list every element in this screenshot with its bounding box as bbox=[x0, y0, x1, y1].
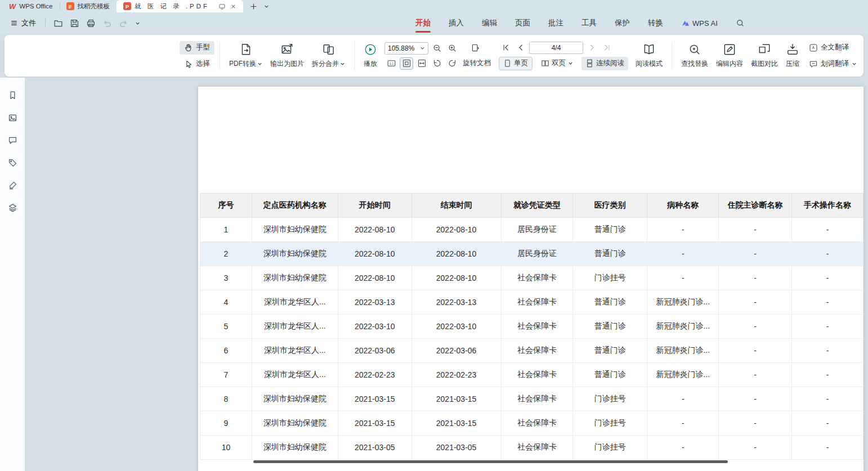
export-image-button[interactable]: 输出为图片 bbox=[266, 38, 308, 74]
ribbon-tab-插入[interactable]: 插入 bbox=[449, 12, 464, 34]
horizontal-scrollbar[interactable] bbox=[253, 460, 728, 463]
full-text-translate-button[interactable]: A 全文翻译 bbox=[806, 41, 860, 55]
play-button[interactable]: 播放 bbox=[360, 38, 381, 74]
compress-icon bbox=[786, 43, 799, 56]
fit-width-button[interactable] bbox=[415, 57, 428, 70]
compress-label: 压缩 bbox=[786, 59, 799, 69]
hand-tool-button[interactable]: 手型 bbox=[180, 41, 214, 55]
table-cell: 普通门诊 bbox=[573, 363, 647, 387]
export-image-label: 输出为图片 bbox=[270, 59, 304, 69]
zoom-combo[interactable]: 105.88% bbox=[384, 42, 428, 55]
ribbon-tab-转换[interactable]: 转换 bbox=[648, 12, 663, 34]
ribbon-tab-编辑[interactable]: 编辑 bbox=[482, 12, 497, 34]
double-page-button[interactable]: 双页 bbox=[537, 57, 577, 70]
page-fit-icon bbox=[471, 43, 480, 53]
reading-mode-button[interactable]: 阅读模式 bbox=[632, 38, 666, 74]
file-menu-button[interactable]: 文件 bbox=[6, 16, 41, 30]
zoom-in-button[interactable] bbox=[445, 42, 459, 55]
select-tool-button[interactable]: 选择 bbox=[180, 57, 214, 71]
table-header-cell: 序号 bbox=[200, 194, 252, 218]
rotate-right-button[interactable] bbox=[445, 57, 459, 70]
table-row: 10深圳市妇幼保健院2021-03-052021-03-05社会保障卡门诊挂号-… bbox=[200, 436, 863, 460]
pdf-convert-button[interactable]: PDF转换 bbox=[225, 38, 266, 74]
wps-ai-logo-icon bbox=[681, 19, 690, 28]
document-viewport[interactable]: 序号定点医药机构名称开始时间结束时间就诊凭证类型医疗类别病种名称住院主诊断名称手… bbox=[25, 78, 868, 471]
last-page-button[interactable] bbox=[600, 42, 614, 54]
play-icon bbox=[364, 43, 377, 56]
print-button[interactable] bbox=[83, 17, 99, 30]
ribbon-tab-保护[interactable]: 保护 bbox=[615, 12, 630, 34]
table-cell: - bbox=[719, 266, 792, 290]
wps-ai-button[interactable]: WPS AI bbox=[681, 12, 718, 34]
table-cell: 社会保障卡 bbox=[501, 411, 573, 436]
ribbon-tab-批注[interactable]: 批注 bbox=[548, 12, 563, 34]
single-page-button[interactable]: 单页 bbox=[499, 57, 533, 70]
table-cell: - bbox=[719, 290, 792, 315]
search-icon bbox=[736, 19, 745, 28]
table-header-cell: 定点医药机构名称 bbox=[252, 194, 338, 218]
fit-page-button[interactable] bbox=[400, 57, 413, 70]
actual-size-button[interactable]: 1:1 bbox=[384, 57, 398, 70]
first-page-button[interactable] bbox=[499, 42, 512, 54]
find-replace-button[interactable]: 查找替换 bbox=[677, 38, 712, 74]
table-cell: 门诊挂号 bbox=[573, 411, 647, 436]
table-cell: 深圳市龙华区人... bbox=[252, 290, 338, 315]
last-page-icon bbox=[603, 43, 611, 52]
table-row: 6深圳市龙华区人...2022-03-062022-03-06社会保障卡普通门诊… bbox=[200, 339, 863, 363]
annotation-panel-button[interactable] bbox=[7, 157, 18, 168]
new-tab-button[interactable] bbox=[250, 3, 257, 10]
sign-panel-button[interactable] bbox=[7, 180, 18, 191]
quick-access-chevron[interactable] bbox=[132, 19, 144, 28]
table-cell: 2021-03-15 bbox=[338, 411, 411, 436]
tab-wps-home[interactable]: W WPS Office bbox=[2, 0, 60, 12]
table-cell: 门诊挂号 bbox=[573, 387, 647, 411]
folder-open-icon bbox=[53, 19, 63, 28]
rotate-left-icon bbox=[432, 59, 442, 68]
tab-docer[interactable]: 找稻壳模板 bbox=[60, 0, 117, 12]
rotate-left-button[interactable] bbox=[430, 57, 444, 70]
bookmark-panel-button[interactable] bbox=[7, 89, 18, 101]
global-search-button[interactable] bbox=[736, 12, 745, 34]
ribbon-tab-页面[interactable]: 页面 bbox=[515, 12, 530, 34]
next-page-button[interactable] bbox=[585, 42, 598, 54]
table-header-cell: 结束时间 bbox=[411, 194, 501, 218]
split-merge-button[interactable]: 拆分合并 bbox=[308, 38, 349, 74]
tab-document-active[interactable]: P 就 医 记 录 .PDF bbox=[117, 0, 243, 12]
page-indicator-input[interactable]: 4/4 bbox=[529, 42, 583, 54]
open-file-button[interactable] bbox=[50, 17, 66, 30]
table-header-row: 序号定点医药机构名称开始时间结束时间就诊凭证类型医疗类别病种名称住院主诊断名称手… bbox=[200, 194, 863, 218]
table-cell: 深圳市妇幼保健院 bbox=[252, 387, 338, 411]
screenshot-compare-button[interactable]: 截图对比 bbox=[747, 38, 782, 74]
ribbon-tab-开始[interactable]: 开始 bbox=[415, 12, 431, 34]
redo-button[interactable] bbox=[115, 17, 132, 30]
table-cell: 新冠肺炎门诊... bbox=[647, 290, 719, 315]
page-fit-button[interactable] bbox=[468, 42, 482, 55]
ribbon-panel: 手型 选择 PDF转换 输出为图片 拆分合并 播放 bbox=[5, 35, 863, 77]
split-merge-icon bbox=[322, 43, 335, 56]
layers-panel-button[interactable] bbox=[7, 202, 18, 213]
prev-page-button[interactable] bbox=[514, 42, 527, 54]
double-page-icon bbox=[541, 59, 549, 68]
hamburger-icon bbox=[10, 19, 18, 27]
export-image-icon bbox=[280, 43, 294, 56]
rotate-document-button[interactable]: 旋转文档 bbox=[460, 59, 493, 68]
table-cell: 深圳市妇幼保健院 bbox=[252, 218, 338, 242]
undo-button[interactable] bbox=[99, 17, 115, 30]
continuous-reading-button[interactable]: 连续阅读 bbox=[581, 57, 628, 70]
chevron-down-icon bbox=[257, 61, 262, 66]
tab-close-icon[interactable] bbox=[230, 3, 236, 10]
separator bbox=[354, 42, 355, 70]
save-icon bbox=[70, 19, 79, 28]
compress-button[interactable]: 压缩 bbox=[782, 38, 803, 74]
save-button[interactable] bbox=[66, 17, 83, 30]
table-cell: 社会保障卡 bbox=[501, 387, 573, 411]
ribbon-tab-工具[interactable]: 工具 bbox=[581, 12, 597, 34]
edit-content-button[interactable]: 编辑内容 bbox=[712, 38, 747, 74]
comment-panel-button[interactable] bbox=[7, 134, 18, 146]
word-translate-button[interactable]: 划词翻译 bbox=[806, 57, 860, 71]
tab-list-chevron-icon[interactable] bbox=[264, 4, 269, 9]
zoom-out-button[interactable] bbox=[430, 42, 444, 55]
thumbnail-panel-button[interactable] bbox=[7, 112, 18, 123]
tab-screen-icon[interactable] bbox=[218, 3, 226, 10]
edit-content-icon bbox=[723, 43, 736, 56]
